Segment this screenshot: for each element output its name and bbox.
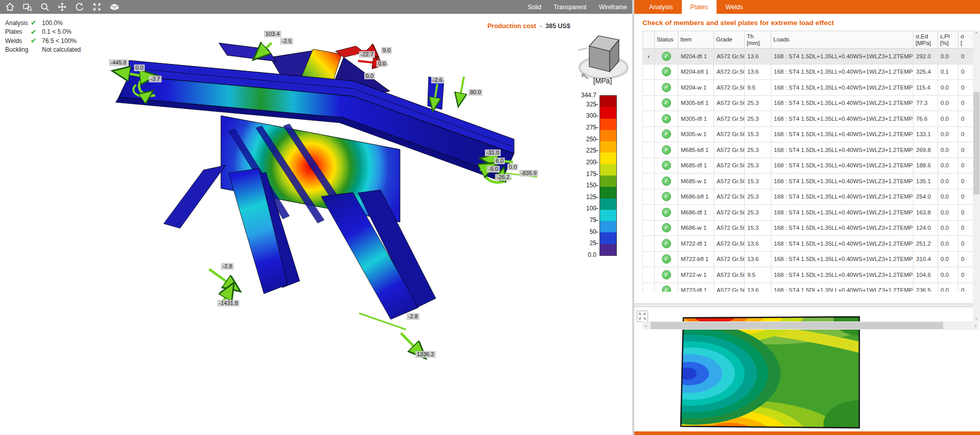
table-row[interactable]: ✓M686-w 1A572 Gr.5015.3168 : ST4 1.5DL+1… [642,221,980,236]
column-header[interactable]: ε,Pl[%] [938,31,959,48]
th-cell: 25.3 [745,189,771,205]
row-expander[interactable] [642,173,655,189]
table-row[interactable]: ✓M685-w 1A572 Gr.5015.3168 : ST4 1.5DL+1… [642,173,980,189]
row-expander[interactable] [642,283,655,292]
legend-tick-mark [595,150,598,151]
status-ok-icon: ✓ [662,114,671,123]
th-cell: 25.3 [745,158,771,173]
row-expander[interactable] [642,158,655,173]
grade-cell: A572 Gr.50 [714,111,745,126]
table-row[interactable]: ✓M722-bfl 1A572 Gr.5013.6168 : ST4 1.5DL… [642,252,980,268]
status-ok-icon: ✓ [662,177,671,186]
row-expander[interactable] [642,80,655,95]
legend-tick-label: 300 [574,112,596,119]
legend-band [600,141,616,153]
legend-tick-label: 175 [574,170,596,178]
home-icon[interactable] [5,2,15,12]
status-row: Plates✔0.1 < 5.0% [5,28,81,37]
table-row[interactable]: ›✓M204-tfl 1A572 Gr.5013.6168 : ST4 1.5D… [642,49,980,64]
status-label: Buckling [5,46,31,53]
row-expander[interactable] [642,64,655,80]
sigma-cell: 310.4 [914,252,938,267]
pan-icon[interactable] [57,2,67,12]
viewport-toolbar: Solid Transparent Wireframe [0,0,632,14]
column-header[interactable]: Th[mm] [745,31,771,48]
item-cell: M204-w 1 [678,80,714,95]
row-expander[interactable] [642,236,655,251]
scroll-left-icon[interactable]: ‹ [642,321,650,330]
status-cell: ✓ [655,49,678,64]
view-mode-solid[interactable]: Solid [528,4,542,11]
table-row[interactable]: ✓M204-bfl 1A572 Gr.5013.6168 : ST4 1.5DL… [642,64,980,80]
vertical-scrollbar[interactable]: ⌃ ⌄ [973,31,980,321]
table-row[interactable]: ✓M722-tfl 1A572 Gr.5013.6168 : ST4 1.5DL… [642,236,980,252]
table-row[interactable]: ✓M686-tfl 1A572 Gr.5025.3168 : ST4 1.5DL… [642,205,980,221]
tab-plates[interactable]: Plates [682,0,717,14]
horizontal-scrollbar[interactable]: ‹ › [642,321,979,330]
table-row[interactable]: ✓M685-bfl 1A572 Gr.5025.3168 : ST4 1.5DL… [642,142,980,158]
hscroll-thumb[interactable] [651,322,943,329]
status-row: Welds✔76.5 < 100% [5,36,81,46]
table-row[interactable]: ✓M685-tfl 1A572 Gr.5025.3168 : ST4 1.5DL… [642,158,980,174]
column-header[interactable] [642,31,655,48]
navigation-cube[interactable] [577,26,630,83]
scroll-right-icon[interactable]: › [972,321,979,330]
item-cell: M204-tfl 1 [678,49,714,64]
sigma-cell: 104.6 [914,267,938,282]
item-cell: M686-w 1 [678,221,714,236]
row-expander[interactable] [642,189,655,205]
panel-bottom-bar [634,431,980,435]
row-expander[interactable] [642,127,655,142]
scroll-down-icon[interactable]: ⌄ [973,314,980,321]
column-header[interactable]: Loads [771,31,914,48]
table-row[interactable]: ✓M204-w 1A572 Gr.509.5168 : ST4 1.5DL+1.… [642,80,980,96]
result-value-label: -2.8 [221,263,234,270]
scroll-up-icon[interactable]: ⌃ [973,31,980,38]
row-expander[interactable] [642,252,655,267]
table-row[interactable]: ✓M723-tfl 1A572 Gr.5013.6168 : ST4 1.5DL… [642,283,980,292]
row-expander[interactable] [642,96,655,111]
vscroll-thumb[interactable] [973,92,979,194]
row-expander[interactable]: › [642,49,655,64]
fit-icon[interactable] [92,2,102,12]
table-row[interactable]: ✓M722-w 1A572 Gr.509.5168 : ST4 1.5DL+1.… [642,267,980,283]
column-header[interactable]: Item [678,31,714,48]
legend-tick-mark [595,174,598,175]
tab-welds[interactable]: Welds [717,0,752,14]
row-expander[interactable] [642,221,655,236]
row-expander[interactable] [642,142,655,158]
table-row[interactable]: ✓M305-w 1A572 Gr.5015.3168 : ST4 1.5DL+1… [642,127,980,143]
status-label: Plates [5,28,31,35]
row-expander[interactable] [642,267,655,282]
table-row[interactable]: ✓M305-bfl 1A572 Gr.5025.3168 : ST4 1.5DL… [642,96,980,112]
check-icon: ✔ [31,37,42,45]
view-mode-transparent[interactable]: Transparent [553,4,586,11]
model-viewport[interactable] [0,14,632,435]
status-label: Analysis [5,19,31,27]
zoom-icon[interactable] [40,2,50,12]
column-header[interactable]: σ,Ed[MPa] [914,31,938,48]
loads-cell: 168 : ST4 1.5DL+1.35LL+0.40WS+1WLZ3+1.2T… [771,221,914,236]
zoom-window-icon[interactable] [23,2,32,12]
panel-splitter-horizontal[interactable] [634,303,980,307]
sigma-cell: 236.5 [914,283,938,292]
legend-tick-label: 50 [574,228,596,235]
expand-plot-button[interactable] [637,311,648,322]
status-row: BucklingNot calculated [5,46,81,55]
table-row[interactable]: ✓M686-bfl 1A572 Gr.5025.3168 : ST4 1.5DL… [642,189,980,205]
status-cell: ✓ [655,64,678,80]
row-expander[interactable] [642,111,655,126]
production-cost-label: Production cost [487,23,536,30]
solid-view-icon[interactable] [109,2,120,12]
column-header[interactable]: Status [655,31,678,48]
table-row[interactable]: ✓M305-tfl 1A572 Gr.5025.3168 : ST4 1.5DL… [642,111,980,127]
loads-cell: 168 : ST4 1.5DL+1.35LL+0.40WS+1WLZ3+1.2T… [771,127,914,142]
loads-cell: 168 : ST4 1.5DL+1.35LL+0.40WS+1WLZ3+1.2T… [771,96,914,111]
row-expander[interactable] [642,205,655,220]
column-header[interactable]: Grade [714,31,745,48]
eps-cell: 0.0 [938,267,959,282]
loads-cell: 168 : ST4 1.5DL+1.35LL+0.40WS+1WLZ3+1.2T… [771,267,914,282]
tab-analysis[interactable]: Analysis [640,0,682,14]
view-mode-wireframe[interactable]: Wireframe [599,4,627,11]
rotate-icon[interactable] [75,2,84,12]
